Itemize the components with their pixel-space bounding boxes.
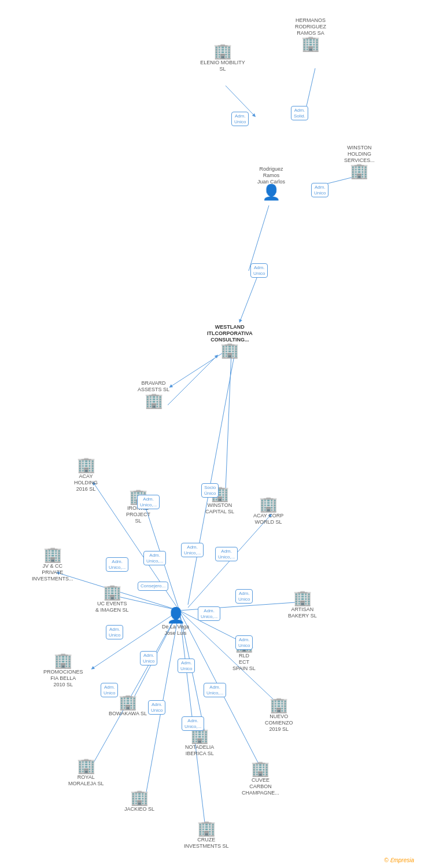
label-royal: ROYALMORALEJA SL: [68, 774, 104, 787]
node-artisan: 🏢 ARTISANBAKERY SL: [288, 590, 317, 619]
label-de-la-vega: De La VegaJose Luis: [162, 624, 189, 637]
badge-adm-uc: Adm.Unico,...: [143, 551, 166, 565]
badge-consejero: Consejero...: [138, 582, 168, 591]
badge-adm-artisan: Adm.Unico: [235, 589, 253, 604]
badge-adm-jackieo: Adm.Unico: [148, 700, 165, 715]
svg-line-6: [168, 356, 217, 405]
building-icon-jackieo: 🏢: [130, 790, 149, 805]
node-bowakawa: 🏢 BOWAKAWA SL: [109, 694, 147, 717]
label-promociones: PROMOCIONESFIA BELLA2010 SL: [43, 669, 83, 687]
label-cruze: CRUZEINVESTMENTS SL: [184, 837, 229, 849]
label-rodriguez: RodriguezRamosJuan Carlos: [257, 166, 285, 185]
svg-line-20: [188, 356, 234, 605]
label-notadelia: NOTADELIAIBERICA SL: [185, 744, 214, 757]
node-royal: 🏢 ROYALMORALEJA SL: [68, 758, 104, 787]
svg-line-1: [305, 68, 315, 111]
badge-adm-bow1: Adm.Unico: [140, 651, 157, 665]
label-world-project: RLDECTSPAIN SL: [232, 653, 256, 671]
building-icon-nuevo: 🏢: [269, 697, 288, 712]
label-westland: WESTLANDITLCORPORATIVACONSULTING...: [207, 324, 253, 343]
svg-line-5: [171, 353, 223, 387]
person-icon-rodriguez: 👤: [262, 185, 280, 200]
label-elenio: ELENIO MOBILITY SL: [200, 60, 246, 72]
svg-line-7: [226, 353, 231, 491]
node-bravard: BRAVARDASSESTS SL 🏢: [138, 379, 169, 408]
building-icon-cruze: 🏢: [197, 821, 216, 836]
label-winston-holding: WINSTONHOLDINGSERVICES...: [344, 145, 375, 163]
person-icon-de-la-vega: 👤: [167, 608, 185, 623]
badge-adm-unico-1: Adm.Unico: [231, 112, 249, 126]
node-elenio: 🏢 ELENIO MOBILITY SL: [200, 43, 246, 72]
badge-adm-bow2: Adm.Unico: [178, 659, 195, 673]
building-icon-jv-cc: 🏢: [43, 547, 62, 562]
badge-adm-royal: Adm.Unico: [101, 683, 118, 697]
badge-adm-ucevents: Adm.Unico,...: [198, 606, 220, 621]
label-acay-corp: ACAY CORPWORLD SL: [253, 513, 283, 525]
building-icon-acay-corp: 🏢: [259, 496, 278, 512]
building-icon-bowakawa: 🏢: [119, 694, 137, 709]
node-winston-holding: WINSTONHOLDINGSERVICES... 🏢: [344, 144, 375, 178]
building-icon-hermanos: 🏢: [301, 36, 320, 51]
badge-adm-acay: Adm.Unico,...: [215, 547, 238, 561]
badge-socio-winston: SocioÚnico: [201, 483, 219, 498]
badge-adm-jvcc: Adm.Unico,...: [106, 557, 128, 572]
label-hermanos: HERMANOSRODRIGUEZRAMOS SA: [295, 17, 326, 36]
badge-adm-world: Adm.Unico: [235, 635, 253, 650]
node-jackieo: 🏢 JACKIEO SL: [124, 790, 154, 812]
node-de-la-vega: 👤 De La VegaJose Luis: [162, 608, 189, 637]
badge-adm-nota1: Adm.Unico,...: [204, 683, 226, 697]
node-promociones: 🏢 PROMOCIONESFIA BELLA2010 SL: [43, 653, 83, 687]
building-icon-uc-events: 🏢: [103, 584, 121, 599]
building-icon-acay-holding: 🏢: [77, 457, 95, 472]
label-uc-events: UC EVENTS& IMAGEN SL: [95, 601, 129, 613]
building-icon-promociones: 🏢: [54, 653, 72, 668]
building-icon-bravard: 🏢: [145, 393, 163, 408]
label-artisan: ARTISANBAKERY SL: [288, 606, 317, 619]
badge-adm-promo: Adm.Unico: [106, 625, 123, 639]
node-cruze: 🏢 CRUZEINVESTMENTS SL: [184, 821, 229, 849]
badge-adm-cruze: Adm.Unico,...: [182, 716, 204, 731]
node-cuvee: 🏢 CUVEECARBONCHAMPAGNE...: [242, 761, 279, 796]
label-jv-cc: JV & CCPRIVATEINVESTMENTS...: [32, 563, 73, 582]
building-icon-artisan: 🏢: [293, 590, 312, 605]
node-notadelia: 🏢 NOTADELIAIBERICA SL: [185, 728, 214, 757]
node-uc-events: 🏢 UC EVENTS& IMAGEN SL: [95, 584, 129, 613]
node-acay-holding: 🏢 ACAYHOLDING2016 SL: [74, 457, 98, 492]
node-westland: WESTLANDITLCORPORATIVACONSULTING... 🏢: [207, 323, 253, 358]
building-icon-cuvee: 🏢: [251, 761, 269, 776]
building-icon-westland: 🏢: [220, 343, 239, 358]
node-rodriguez: RodriguezRamosJuan Carlos 👤: [257, 165, 285, 200]
badge-adm-solid-1: Adm.Solid.: [291, 106, 308, 120]
badge-adm-ironwo: Adm.Unico,...: [137, 495, 160, 509]
label-acay-holding: ACAYHOLDING2016 SL: [74, 473, 98, 492]
label-bowakawa: BOWAKAWA SL: [109, 711, 147, 717]
building-icon-elenio: 🏢: [213, 43, 232, 58]
label-cuvee: CUVEECARBONCHAMPAGNE...: [242, 777, 279, 796]
badge-adm-ironwo2: Adm.Unico,...: [181, 543, 204, 557]
badge-adm-unico-3: Adm.Unico: [250, 263, 268, 278]
label-jackieo: JACKIEO SL: [124, 806, 154, 812]
label-nuevo: NUEVOCOMIENZO2019 SL: [265, 713, 293, 732]
label-bravard: BRAVARDASSESTS SL: [138, 380, 169, 393]
node-nuevo: 🏢 NUEVOCOMIENZO2019 SL: [265, 697, 293, 732]
building-icon-royal: 🏢: [77, 758, 95, 773]
node-acay-corp: 🏢 ACAY CORPWORLD SL: [253, 496, 283, 525]
copyright: © Ɛmpresia: [384, 857, 414, 863]
badge-adm-unico-2: Adm.Unico: [311, 183, 328, 197]
building-icon-winston-holding: 🏢: [350, 163, 368, 178]
svg-line-3: [249, 205, 269, 271]
svg-line-19: [179, 610, 283, 709]
node-jv-cc: 🏢 JV & CCPRIVATEINVESTMENTS...: [32, 547, 73, 582]
label-winston-capital: WINSTONCAPITAL SL: [205, 502, 234, 515]
node-hermanos: HERMANOSRODRIGUEZRAMOS SA 🏢: [295, 16, 326, 51]
